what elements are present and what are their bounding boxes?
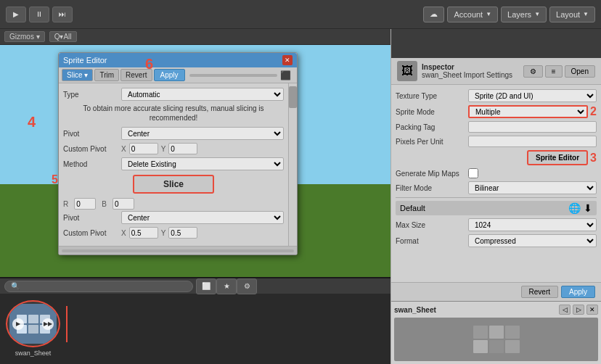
texture-type-select[interactable]: Sprite (2D and UI): [468, 89, 597, 102]
annotation-3: 3: [590, 152, 597, 165]
x-label: X: [121, 145, 126, 153]
packing-tag-row: Packing Tag: [396, 121, 597, 133]
preview-cell: [489, 326, 504, 339]
annotation-4: 4: [28, 114, 36, 131]
sprite-cell: [28, 315, 38, 323]
pixels-per-unit-label: Pixels Per Unit: [396, 138, 468, 146]
play-button[interactable]: ▶: [6, 7, 26, 22]
gizmos-button[interactable]: Gizmos ▾: [4, 31, 45, 42]
bottom-icon-btn3[interactable]: ⚙: [237, 278, 257, 294]
revert-dialog-button[interactable]: Revert: [120, 69, 152, 81]
inspector-title-block: Inspector swan_Sheet Import Settings: [422, 63, 512, 79]
timeline-area: [66, 300, 385, 347]
dialog-close-button[interactable]: ✕: [282, 55, 293, 65]
bottom-icon-btn1[interactable]: ⬜: [196, 278, 216, 294]
globe-icon-btn[interactable]: 🌐: [568, 202, 581, 214]
play-overlay[interactable]: ▶: [12, 318, 24, 330]
slice-main-button[interactable]: Slice: [133, 175, 214, 194]
asset-preview: [394, 318, 598, 361]
right-top-bar: [391, 29, 601, 58]
inspector-body: Texture Type Sprite (2D and UI) Sprite M…: [391, 85, 601, 282]
slice-button[interactable]: Slice ▾: [62, 69, 93, 81]
format-label: Format: [396, 237, 468, 245]
scroll-thumb: [289, 86, 297, 108]
asset-item-swan[interactable]: ▶ ▶▶ swan_Sheet: [6, 300, 60, 357]
game-view[interactable]: 4 6 Sprite Editor ✕ Slice ▾ Trim Revert …: [0, 45, 391, 277]
bottom-icon-btn2[interactable]: ★: [216, 278, 237, 294]
trim-button[interactable]: Trim: [94, 69, 119, 81]
zoom-slider[interactable]: [189, 74, 277, 77]
x-input[interactable]: [129, 143, 158, 154]
x2-input[interactable]: [129, 227, 158, 239]
search-input[interactable]: [4, 281, 193, 292]
bottom-panel: ⬜ ★ ⚙: [0, 277, 391, 364]
y2-input[interactable]: [168, 227, 197, 239]
sprite-editor-button[interactable]: Sprite Editor: [527, 150, 588, 165]
pivot2-select[interactable]: Center: [121, 211, 284, 224]
asset-bar-close[interactable]: ✕: [586, 305, 598, 315]
preview-cell: [505, 326, 520, 339]
playback-controls: ▶ ⏸ ⏭: [6, 7, 73, 22]
display-button[interactable]: Q▾All: [49, 31, 77, 42]
dialog-hscrollbar[interactable]: [59, 246, 297, 255]
packing-tag-input[interactable]: [468, 121, 597, 133]
inspector-footer: Revert Apply: [391, 282, 601, 301]
r-input[interactable]: [74, 198, 96, 210]
collab-button[interactable]: ☁: [423, 7, 444, 22]
asset-bar-label: swan_Sheet: [394, 306, 436, 314]
generate-mip-checkbox[interactable]: [468, 168, 478, 178]
dialog-content: Type Automatic To obtain more accurate s…: [59, 83, 288, 246]
max-size-row: Max Size 1024: [396, 218, 597, 231]
account-arrow-icon: ▼: [486, 11, 491, 17]
scene-toolbar: Gizmos ▾ Q▾All: [0, 29, 391, 45]
annotation-2: 2: [590, 105, 597, 118]
dialog-scrollbar[interactable]: [288, 83, 297, 246]
type-select[interactable]: Automatic: [121, 88, 284, 101]
apply-button[interactable]: Apply: [561, 286, 595, 298]
max-size-select[interactable]: 1024: [468, 218, 597, 231]
account-button[interactable]: Account ▼: [447, 7, 498, 22]
forward-overlay[interactable]: ▶▶: [42, 318, 54, 330]
sprite-editor-dialog: Sprite Editor ✕ Slice ▾ Trim Revert Appl…: [58, 52, 298, 255]
settings-icon-btn[interactable]: ⚙: [523, 65, 543, 78]
apply-dialog-button[interactable]: Apply: [154, 69, 185, 81]
format-row: Format Compressed: [396, 234, 597, 247]
skip-button[interactable]: ⏭: [52, 7, 73, 22]
pause-button[interactable]: ⏸: [29, 7, 49, 22]
y-input[interactable]: [168, 143, 197, 154]
texture-type-label: Texture Type: [396, 92, 468, 100]
bottom-content: ▶ ▶▶ swan_Sheet: [0, 294, 391, 364]
section-divider: [396, 197, 597, 198]
inspector-menu-btn[interactable]: ≡: [545, 65, 563, 78]
layers-label: Layers: [507, 10, 531, 19]
sprite-cell: [28, 325, 38, 334]
revert-button[interactable]: Revert: [521, 286, 558, 298]
method-select[interactable]: Delete Existing: [121, 157, 284, 170]
download-icon-btn[interactable]: ⬇: [584, 202, 592, 214]
pixels-per-unit-row: Pixels Per Unit 100: [396, 136, 597, 147]
default-section-btns: 🌐 ⬇: [568, 202, 592, 214]
scene-view: Gizmos ▾ Q▾All 4 6 Sprite Editor ✕ Slice…: [0, 29, 391, 364]
generate-mip-row: Generate Mip Maps: [396, 168, 597, 178]
filter-mode-row: Filter Mode Bilinear: [396, 181, 597, 194]
layers-button[interactable]: Layers ▼: [501, 7, 547, 22]
inspector-asset-name: swan_Sheet Import Settings: [422, 71, 512, 79]
dialog-body: Type Automatic To obtain more accurate s…: [59, 83, 297, 246]
format-select[interactable]: Compressed: [468, 234, 597, 247]
sprite-mode-label: Sprite Mode: [396, 108, 468, 116]
method-label: Method: [63, 160, 121, 168]
filter-mode-select[interactable]: Bilinear: [468, 181, 597, 194]
b-input[interactable]: [113, 198, 134, 210]
layout-button[interactable]: Layout ▼: [549, 7, 595, 22]
slice-btn-area: 5 Slice: [63, 175, 284, 194]
preview-cell: [505, 340, 520, 353]
pivot-row: Pivot Center: [63, 127, 284, 140]
asset-bar-btn1[interactable]: ◁: [559, 305, 571, 315]
preview-cell: [473, 326, 488, 339]
asset-bar-btn2[interactable]: ▷: [573, 305, 584, 315]
pivot-select[interactable]: Center: [121, 127, 284, 140]
sprite-mode-select[interactable]: Multiple: [468, 105, 588, 118]
open-button[interactable]: Open: [565, 65, 595, 78]
preview-cell: [489, 340, 504, 353]
pixels-per-unit-input[interactable]: 100: [468, 136, 597, 147]
